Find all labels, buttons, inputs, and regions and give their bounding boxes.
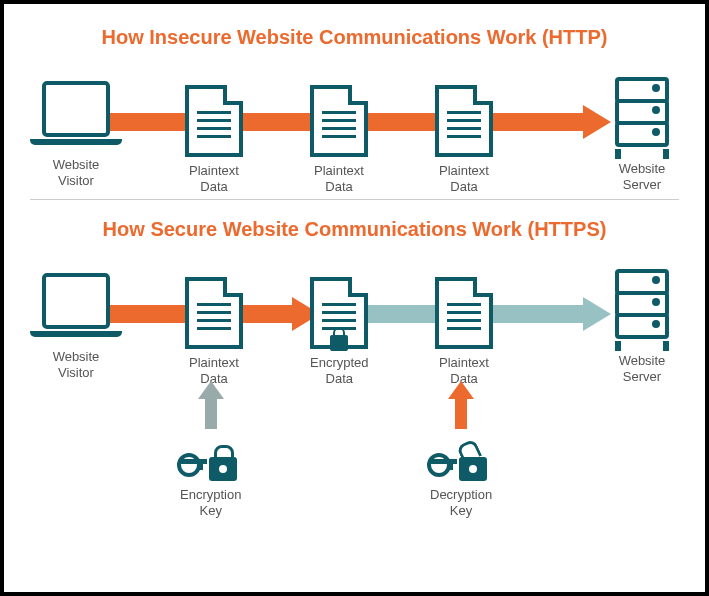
https-doc-plain-2: Plaintext Data: [435, 277, 493, 388]
server-icon: [605, 269, 679, 347]
http-server: Website Server: [605, 77, 679, 194]
https-doc-encrypted: Encrypted Data: [310, 277, 369, 388]
https-section: Website Visitor Plaintext Data Encrypted…: [30, 259, 679, 519]
lock-closed-icon: [181, 431, 241, 481]
document-icon: [435, 277, 493, 349]
http-section: Website Visitor Plaintext Data Plaintext…: [30, 67, 679, 187]
encrypt-arrow: [200, 381, 222, 429]
decrypt-arrow: [450, 381, 472, 429]
decryption-key: Decryption Key: [430, 431, 492, 520]
server-label: Website Server: [619, 353, 666, 386]
encryption-key-label: Encryption Key: [180, 487, 241, 520]
https-doc-plain-1: Plaintext Data: [185, 277, 243, 388]
laptop-icon: [30, 81, 122, 151]
server-icon: [605, 77, 679, 155]
lock-open-icon: [431, 431, 491, 481]
document-lock-icon: [310, 277, 368, 349]
laptop-icon: [30, 273, 122, 343]
document-icon: [185, 85, 243, 157]
server-label: Website Server: [619, 161, 666, 194]
http-title: How Insecure Website Communications Work…: [30, 26, 679, 49]
encrypted-label: Encrypted Data: [310, 355, 369, 388]
plaintext-label: Plaintext Data: [189, 163, 239, 196]
https-title: How Secure Website Communications Work (…: [30, 218, 679, 241]
https-server: Website Server: [605, 269, 679, 386]
https-visitor: Website Visitor: [30, 273, 122, 382]
diagram-frame: How Insecure Website Communications Work…: [0, 0, 709, 596]
document-icon: [310, 85, 368, 157]
http-doc-3: Plaintext Data: [435, 85, 493, 196]
section-divider: [30, 199, 679, 200]
http-doc-2: Plaintext Data: [310, 85, 368, 196]
visitor-label: Website Visitor: [53, 349, 100, 382]
document-icon: [185, 277, 243, 349]
http-visitor: Website Visitor: [30, 81, 122, 190]
http-doc-1: Plaintext Data: [185, 85, 243, 196]
document-icon: [435, 85, 493, 157]
visitor-label: Website Visitor: [53, 157, 100, 190]
decryption-key-label: Decryption Key: [430, 487, 492, 520]
plaintext-label: Plaintext Data: [439, 163, 489, 196]
plaintext-label: Plaintext Data: [314, 163, 364, 196]
encryption-key: Encryption Key: [180, 431, 241, 520]
